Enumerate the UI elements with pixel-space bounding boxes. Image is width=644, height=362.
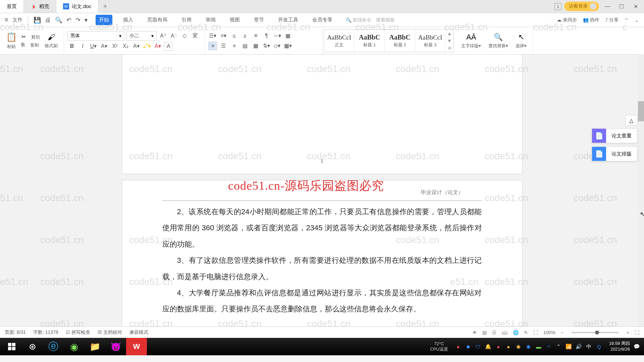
- save-icon[interactable]: 💾: [34, 16, 41, 24]
- tray-icon-5[interactable]: ●: [495, 343, 502, 350]
- spell-check-toggle[interactable]: ☑ 拼写检查: [66, 329, 90, 336]
- taskbar-ie[interactable]: ⓔ: [43, 338, 64, 355]
- style-h1[interactable]: AaBbC标题 1: [355, 29, 385, 52]
- style-more-icon[interactable]: ≡: [448, 45, 451, 51]
- menu-ref[interactable]: 引用: [178, 15, 195, 25]
- underline-button[interactable]: U▾: [89, 42, 98, 51]
- menu-view[interactable]: 视图: [226, 15, 243, 25]
- distribute-button[interactable]: ▦: [251, 42, 260, 50]
- scrollbar-thumb[interactable]: [638, 101, 644, 121]
- subscript-button[interactable]: X₂: [121, 42, 130, 51]
- menu-insert[interactable]: 插入: [120, 15, 137, 25]
- new-tab-button[interactable]: +: [98, 0, 112, 13]
- field-button[interactable]: ▦▾: [283, 42, 292, 50]
- vertical-scrollbar[interactable]: [638, 54, 644, 326]
- side-panel-toggle[interactable]: △: [625, 115, 637, 126]
- proofread-toggle[interactable]: ☒ 文档校对: [98, 329, 122, 336]
- menu-start[interactable]: 开始: [96, 15, 112, 25]
- fit-width-icon[interactable]: ⛶: [533, 330, 538, 335]
- eye-icon[interactable]: 👁: [472, 330, 477, 335]
- coop-button[interactable]: 👥 协作: [583, 17, 599, 23]
- clear-format-icon[interactable]: ◇: [180, 32, 189, 40]
- inc-indent-button[interactable]: ≥: [240, 32, 249, 40]
- format-painter-button[interactable]: 🖌格式刷: [42, 33, 60, 49]
- thesis-check-button[interactable]: 📄论文查重: [592, 128, 637, 143]
- formatting-marks-button[interactable]: ¶: [262, 32, 271, 40]
- taskbar-weather[interactable]: 72°CCPU温度: [430, 341, 448, 352]
- menu-review[interactable]: 审阅: [202, 15, 219, 25]
- shrink-font-icon[interactable]: A⁻: [169, 32, 178, 40]
- strike-button[interactable]: A▾: [100, 42, 108, 51]
- tray-icon-3[interactable]: 🛡: [475, 343, 482, 350]
- shading-button[interactable]: ◇▾: [273, 42, 281, 50]
- italic-button[interactable]: I: [78, 42, 87, 51]
- font-size-select[interactable]: 小二▾: [126, 31, 157, 41]
- outline-view-icon[interactable]: ☰: [492, 330, 496, 335]
- menu-dev[interactable]: 开发工具: [275, 15, 302, 25]
- tray-icon-6[interactable]: ●: [505, 343, 512, 350]
- tray-action-center-icon[interactable]: 💬: [633, 343, 640, 350]
- taskbar-clock[interactable]: 16:59 周四2021/8/26: [609, 341, 630, 352]
- font-color-button[interactable]: A▾: [153, 42, 162, 51]
- start-button[interactable]: [1, 338, 22, 355]
- taskbar-browser[interactable]: ◉: [64, 338, 85, 355]
- web-view-icon[interactable]: 🌐: [513, 330, 519, 335]
- minimize-button[interactable]: —: [602, 0, 613, 13]
- superscript-button[interactable]: X²: [110, 42, 119, 51]
- style-h2[interactable]: AaBbC标题 2: [385, 29, 415, 52]
- tab-doc[interactable]: W论文.doc: [56, 0, 98, 13]
- line-spacing-button[interactable]: ⇅▾: [262, 42, 271, 50]
- zoom-slider[interactable]: [572, 332, 619, 333]
- select-button[interactable]: ↖选择▾: [513, 33, 529, 49]
- grow-font-icon[interactable]: A⁺: [159, 32, 167, 40]
- file-menu[interactable]: 文件: [12, 17, 22, 23]
- highlight-button[interactable]: 🖍▾: [143, 42, 151, 51]
- tray-notification-icon[interactable]: 🔔: [485, 343, 492, 350]
- qat-dropdown-icon[interactable]: ▾: [85, 16, 88, 24]
- reading-view-icon[interactable]: 📖: [502, 330, 507, 335]
- style-normal[interactable]: AaBbCcI正文: [324, 29, 355, 52]
- maximize-button[interactable]: ☐: [616, 0, 627, 13]
- tab-home[interactable]: 首页: [0, 0, 24, 13]
- menu-chapter[interactable]: 章节: [251, 15, 267, 25]
- taskbar-wps[interactable]: W: [126, 338, 147, 355]
- borders-button[interactable]: ▦: [283, 32, 292, 40]
- menu-member[interactable]: 会员专享: [309, 15, 336, 25]
- ribbon-collapse-up-icon[interactable]: ⌃: [625, 17, 629, 23]
- char-spacing-button[interactable]: ↔▾: [273, 32, 281, 40]
- align-center-button[interactable]: ☰: [219, 42, 228, 50]
- close-button[interactable]: ✕: [630, 0, 641, 13]
- ribbon-collapse-down-icon[interactable]: ⌄: [635, 17, 639, 23]
- print-icon[interactable]: 🖨: [45, 16, 51, 23]
- window-count-badge[interactable]: 1: [554, 3, 561, 10]
- undo-icon[interactable]: ↶: [66, 16, 71, 24]
- align-right-button[interactable]: ≡: [230, 42, 238, 50]
- edit-icon[interactable]: ✎: [524, 330, 528, 335]
- taskbar-cortana[interactable]: ⊛: [22, 338, 43, 355]
- tray-ime[interactable]: 中: [586, 343, 592, 350]
- phonetic-icon[interactable]: 変: [191, 32, 200, 40]
- zoom-level[interactable]: 100%: [543, 330, 555, 335]
- tray-icon-9[interactable]: ▬: [535, 343, 542, 350]
- style-h3[interactable]: AaBbCcI标题 3: [415, 29, 446, 52]
- preview-icon[interactable]: 🔍: [55, 16, 62, 24]
- sync-button[interactable]: ☁ 未同步: [557, 17, 577, 23]
- thesis-typeset-button[interactable]: 📄论文排版: [592, 146, 637, 161]
- font-name-select[interactable]: 黑体▾: [67, 31, 124, 41]
- dec-indent-button[interactable]: ≤: [230, 32, 238, 40]
- text-effect-button[interactable]: A▾: [132, 42, 141, 51]
- style-gallery[interactable]: AaBbCcI正文 AaBbC标题 1 AaBbC标题 2 AaBbCcI标题 …: [324, 29, 454, 52]
- style-down-icon[interactable]: ▾: [448, 38, 451, 44]
- tray-wifi-icon[interactable]: 📶: [566, 343, 572, 350]
- tray-icon-7[interactable]: ◉: [515, 343, 522, 350]
- cut-button[interactable]: ✂ 剪切: [21, 33, 40, 41]
- zoom-out-button[interactable]: −: [561, 330, 564, 335]
- find-replace-button[interactable]: 🔍查找替换▾: [486, 33, 511, 49]
- bullets-button[interactable]: ☰▾: [208, 32, 217, 40]
- tray-icon-2[interactable]: ◆: [465, 343, 472, 350]
- align-left-button[interactable]: ≡: [208, 42, 217, 50]
- share-button[interactable]: ⤴ 分享: [605, 17, 619, 23]
- guest-login-button[interactable]: 访客登录: [564, 2, 599, 11]
- fullscreen-icon[interactable]: ⛶: [635, 330, 639, 335]
- typeset-button[interactable]: AĀ文字排版▾: [459, 33, 484, 49]
